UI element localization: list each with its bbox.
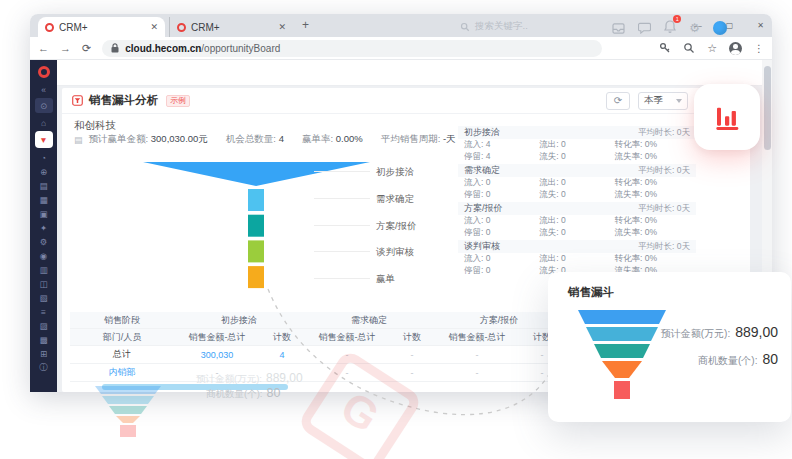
chart-icon[interactable]: ▧ — [35, 291, 53, 304]
stat-flow-in: 流入: 4 — [464, 139, 539, 151]
stats-avg-duration: 平均时长: 0天 — [638, 165, 690, 177]
tab-crm-active[interactable]: CRM+ ✕ — [38, 17, 165, 37]
funnel-stage-shape[interactable] — [248, 240, 264, 262]
tab-close-icon[interactable]: ✕ — [278, 22, 286, 32]
metric: 赢单率: 0.00% — [302, 133, 363, 146]
info-icon[interactable]: ⓘ — [35, 361, 53, 374]
period-select[interactable]: 本季 — [638, 92, 688, 110]
stat-flow-in: 流入: 0 — [464, 253, 539, 265]
card-metrics: 预计金额(万元):889,00商机数量(个):80 — [660, 324, 778, 378]
funnel-stage-shape[interactable] — [248, 266, 264, 288]
funnel-analysis-icon[interactable]: ▼ — [35, 131, 53, 148]
stat-flow-out: 流出: 0 — [539, 253, 614, 265]
period-value: 本季 — [644, 94, 663, 107]
close-icon[interactable]: ✕ — [757, 21, 764, 30]
crm-favicon-icon — [45, 23, 54, 32]
tab-title: CRM+ — [59, 22, 146, 33]
sales-funnel-card: 销售漏斗 预计金额(万元):889,00商机数量(个):80 — [548, 272, 791, 422]
card-icon[interactable]: ◫ — [35, 277, 53, 290]
url-path: /opportunityBoard — [201, 43, 280, 54]
target-icon[interactable]: ◉ — [35, 249, 53, 262]
tab-crm-background[interactable]: CRM+ ✕ — [169, 17, 293, 37]
table-sub-header: 销售金额-总计 — [174, 329, 260, 346]
table-header-dept: 部门/人员 — [70, 329, 174, 346]
collapse-icon[interactable]: « — [35, 83, 53, 96]
user-avatar[interactable] — [713, 21, 727, 35]
marketing-composite: 预计金额(万元):889,00 商机数量(个):80 G CRM+ ✕ CRM+… — [0, 0, 792, 459]
add-icon[interactable]: ⊕ — [35, 165, 53, 178]
reload-icon[interactable]: ⟳ — [82, 42, 91, 55]
scrollbar-thumb[interactable] — [764, 66, 771, 150]
settings-gear-icon[interactable]: ⚙ — [689, 22, 700, 34]
table-row-name[interactable]: 内销部 — [70, 364, 174, 382]
summary-list-icon: ▤ — [74, 135, 83, 145]
funnel-stage-shape[interactable] — [248, 189, 264, 211]
settings-icon[interactable]: ⚙ — [35, 235, 53, 248]
inbox-icon[interactable] — [612, 23, 625, 34]
crm-favicon-icon — [177, 23, 186, 32]
stat-lost-rate: 流失率: 0% — [615, 151, 690, 163]
stats-avg-duration: 平均时长: 0天 — [638, 203, 690, 215]
stat-conversion: 转化率: 0% — [615, 139, 690, 151]
funnel-report-icon — [72, 95, 83, 106]
table-cell[interactable]: 300,030 — [174, 346, 260, 364]
card-funnel-segment — [594, 344, 650, 358]
grid-icon[interactable]: ▦ — [35, 193, 53, 206]
stats-section: 方案/报价 平均时长: 0天 流入: 0流出: 0转化率: 0% 停留: 0流失… — [458, 202, 696, 239]
stat-lost-rate: 流失率: 0% — [615, 189, 690, 201]
stats-stage-name: 初步接洽 — [464, 126, 500, 139]
search-icon[interactable]: ⊙ — [35, 98, 53, 113]
zoom-icon[interactable] — [683, 42, 695, 54]
company-name: 和创科技 — [74, 119, 116, 133]
key-icon[interactable] — [659, 42, 671, 54]
table-group-header: 初步接洽 — [174, 312, 304, 329]
stage-stats-panel: 初步接洽 平均时长: 0天 流入: 4流出: 0转化率: 0% 停留: 4流失:… — [458, 126, 696, 278]
apps-icon[interactable]: ⊞ — [35, 347, 53, 360]
forward-icon[interactable]: → — [60, 42, 71, 54]
history-icon[interactable]: ◔ — [35, 151, 53, 164]
table-sub-header: 计数 — [390, 329, 434, 346]
url-field[interactable]: cloud.hecom.cn/opportunityBoard — [102, 40, 602, 57]
funnel-stage-shape[interactable] — [248, 215, 264, 237]
refresh-button[interactable]: ⟳ — [606, 92, 630, 110]
stat-stay: 停留: 4 — [464, 151, 539, 163]
stat-stay: 停留: 0 — [464, 189, 539, 201]
browser-menu-icon[interactable]: ⋮ — [754, 43, 764, 54]
menu-icon[interactable]: ≡ — [35, 305, 53, 318]
page-title: 销售漏斗分析 — [89, 93, 158, 108]
document-icon[interactable]: ▣ — [35, 207, 53, 220]
bookmark-star-icon[interactable]: ☆ — [707, 42, 717, 55]
table-cell: - — [434, 346, 520, 364]
back-icon[interactable]: ← — [38, 42, 49, 54]
stat-stay: 停留: 0 — [464, 227, 539, 239]
global-search[interactable]: 搜索关键字.. — [460, 20, 528, 33]
bar-chart-icon — [711, 101, 743, 133]
main-funnel-chart[interactable] — [80, 156, 410, 296]
stats-stage-name: 方案/报价 — [464, 202, 503, 215]
stat-conversion: 转化率: 0% — [615, 253, 690, 265]
home-icon[interactable]: ⌂ — [35, 116, 53, 129]
notification-badge: 1 — [673, 15, 681, 23]
layers-icon[interactable]: ▨ — [35, 319, 53, 332]
table-cell[interactable]: 4 — [260, 346, 304, 364]
star-icon[interactable]: ✦ — [35, 221, 53, 234]
summary-metrics: ▤ 预计赢单金额: 300,030.00元机会总数量: 4赢单率: 0.00%平… — [74, 133, 456, 146]
new-tab-button[interactable]: + — [302, 18, 309, 32]
stat-flow-out: 流出: 0 — [539, 215, 614, 227]
stats-section: 初步接洽 平均时长: 0天 流入: 4流出: 0转化率: 0% 停留: 4流失:… — [458, 126, 696, 163]
search-icon — [460, 22, 470, 32]
stat-lost: 流失: 0 — [539, 227, 614, 239]
chat-icon[interactable] — [638, 22, 651, 34]
list-icon[interactable]: ▤ — [35, 179, 53, 192]
table-group-header: 需求确定 — [304, 312, 434, 329]
report-icon[interactable]: ▥ — [35, 263, 53, 276]
hecom-logo-icon — [38, 66, 50, 78]
funnel-stage-shape[interactable] — [143, 162, 370, 186]
tab-title: CRM+ — [191, 22, 274, 33]
table-sub-header: 销售金额-总计 — [304, 329, 390, 346]
demo-tag-badge: 示例 — [166, 95, 190, 107]
tab-close-icon[interactable]: ✕ — [150, 22, 158, 32]
stat-flow-out: 流出: 0 — [539, 139, 614, 151]
dashboard-icon[interactable]: ▩ — [35, 333, 53, 346]
browser-profile-avatar[interactable] — [729, 42, 742, 55]
